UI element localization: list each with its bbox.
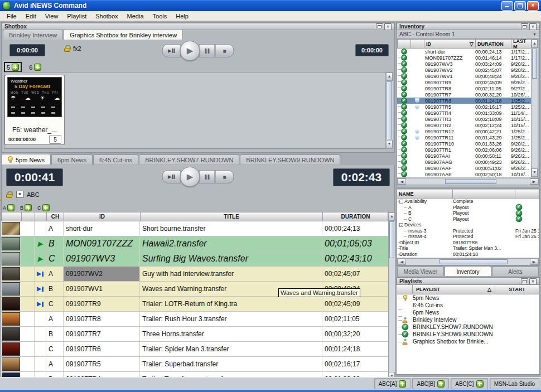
menu-item[interactable]: Tools [148,12,172,21]
playlist-tab[interactable]: BRINKLEY.SHOW7.RUNDOWN [139,154,239,164]
cue-button[interactable]: ▶ [162,44,181,57]
media-tab[interactable]: Media Viewer [397,267,444,276]
media-tab[interactable]: Inventory [445,266,491,276]
inventory-row[interactable]: 091907TR7 00;00;32;20 10/26/... [397,91,532,98]
playlist-list-item[interactable]: BRINKLEY.SHOW9.RUNDOWN [397,331,539,338]
rundown-row[interactable]: ▶ ▶ B MON091707ZZZ Hawaii2.transfer 00;0… [1,236,388,251]
close-panel-icon[interactable]: × [529,23,537,30]
menu-item[interactable]: File [2,12,21,21]
inventory-row[interactable]: 091907AAG 00;00;49;23 9/26/2... [397,159,532,165]
channel-group-checkbox[interactable]: × [16,191,23,198]
menu-item[interactable]: View [41,12,63,21]
detail-scrollbar-horizontal[interactable]: ◀ ▶ [397,258,539,265]
inventory-row[interactable]: 091907AAF 00;00;51;02 9/26/2... [397,165,532,171]
close-button[interactable]: × [527,1,539,11]
shotbox-tab[interactable]: Graphics Shotbox for Brinkley interview [64,29,183,40]
rundown-scrollbar[interactable]: ▲ ▼ [388,212,395,381]
column-header-id[interactable]: ID [64,212,141,221]
playlist-list-item[interactable]: BRINKLEY.SHOW7.RUNDOWN [397,323,539,331]
inventory-row[interactable]: 091907TR5 00;02;16;17 1/25/2... [397,104,532,110]
detail-row[interactable]: - msnas-4 Protected Fri Jan 25 15:38:17 … [397,234,539,240]
detail-row[interactable]: - C Playout [397,216,539,222]
inventory-row[interactable]: 091907AAI 00;00;50;11 9/26/2... [397,153,532,159]
detail-row[interactable]: - Duration 00;01;24;18 [397,251,539,258]
column-header-duration[interactable]: DURATION [323,212,389,221]
shotbox-page-button[interactable]: 5 [4,62,22,72]
menu-item[interactable]: Edit [21,12,41,21]
media-tab[interactable]: Alerts [492,267,539,276]
float-panel-icon[interactable] [376,23,383,30]
stop-button[interactable]: ■ [215,44,234,57]
playlist-list-item[interactable]: 5pm News [397,294,539,302]
menu-item[interactable]: Media [123,12,148,21]
column-header-duration[interactable]: DURATION [476,40,511,48]
shotbox-page-button[interactable]: 6 [26,62,44,72]
inventory-row[interactable]: 091907TR11 00;01;43;29 1/25/2... [397,134,532,141]
inventory-row[interactable]: 091907TR8 00;02;11;05 9/27/2... [397,85,532,91]
column-header-start[interactable]: START [495,285,539,294]
shotbox-card[interactable]: Basketball Master Page000 Master Page000… [4,75,65,145]
playlist-tab[interactable]: 6pm News [51,154,93,164]
detail-row[interactable]: - Devices [397,222,539,228]
close-panel-icon[interactable]: × [384,23,392,30]
inventory-row[interactable]: 091907TR10 00;01;33;26 9/20/2... [397,141,532,147]
menu-item[interactable]: Playlist [62,12,91,21]
column-header-name[interactable]: NAME [397,190,453,198]
inventory-scrollbar-horizontal[interactable]: ◀ ▶ [397,178,539,185]
rundown-row[interactable]: ▶ ▶ C 091907TR6 Trailer: Spider Man 3.tr… [1,342,388,357]
rundown-row[interactable]: ▶ ▶ C 091907WV3 Surfing Big Waves.transf… [1,251,388,267]
shotbox-tab[interactable]: Brinkley Interview [3,30,63,40]
play-button[interactable]: ▶ [180,167,200,187]
inventory-row[interactable]: MON091707ZZZ 00;01;46;14 1/17/2... [397,55,532,61]
expander-icon[interactable]: - [399,223,403,227]
inventory-row[interactable]: 091907WV3 00;03;24;09 9/20/2... [397,61,532,67]
expander-icon[interactable]: - [399,200,403,204]
inventory-scrollbar-vertical[interactable]: ▲ ▼ [531,39,538,177]
rundown-row[interactable]: ▶ ▶ A short-dur Short bourne.transfer 00… [1,221,388,236]
playlist-list-item[interactable]: 6pm News [397,309,539,316]
inventory-row[interactable]: 091907TR4 00;01;33;09 11/14/... [397,110,532,116]
inventory-row[interactable]: 091907WV1 00;00;48;24 9/20/2... [397,73,532,79]
column-header-last-modified[interactable]: LAST M [511,40,531,48]
inventory-row[interactable]: 091907TR3 00;02;18;09 10/15/... [397,116,532,122]
playlist-tab[interactable]: 6:45 Cut-ins [93,154,138,164]
rundown-row[interactable]: ▶ ▶ C 091907TR9 Trialer: LOTR-Return of … [1,297,388,312]
inventory-row[interactable]: 091907AAE 00;02;50;18 10/18/... [397,171,532,177]
column-header-id[interactable]: ID▽ [424,40,476,48]
pause-button[interactable] [199,44,215,57]
float-panel-icon[interactable] [521,278,528,285]
column-header-ch[interactable]: CH [47,212,64,221]
menu-item[interactable]: Shotbox [91,12,122,21]
pause-button[interactable] [199,170,215,183]
rundown-row[interactable]: ▶ ▶ B 091907TR7 Three Horns.transfer 00;… [1,327,388,342]
inventory-row[interactable]: 091907TR1 00;02;06;06 9/26/2... [397,147,532,153]
restore-button[interactable] [514,1,526,11]
inventory-row[interactable]: short-dur 00;00;24;13 1/17/2... [397,49,532,55]
inventory-row[interactable]: 091907TR6 00;01;24;18 1/25/2... [397,98,532,104]
shotbox-scrollbar[interactable]: ▲ ▼ [385,72,393,149]
playlist-list-item[interactable]: 6:45 Cut-ins [397,302,539,309]
inventory-row[interactable]: 091907WV2 00;02;45;07 9/20/2... [397,67,532,73]
channel-selector-dropdown[interactable]: ABC - Control Room 1 ▼ [397,30,539,38]
column-header-title[interactable]: TITLE [141,212,323,221]
rundown-row[interactable]: ▶ ▶ A 091907WV2 Guy with had interview.t… [1,267,388,282]
cue-button[interactable]: ▶ [162,170,181,183]
detail-row[interactable]: - A Playout [397,205,539,211]
minimize-button[interactable] [501,1,513,11]
play-button[interactable]: ▶ [180,41,200,61]
detail-row[interactable]: - msnas-3 Protected Fri Jan 25 15:38:37 … [397,228,539,234]
playlist-list-item[interactable]: Brinkley Interview [397,316,539,323]
inventory-row[interactable]: 091907TR12 00;00;42;21 1/25/2... [397,128,532,134]
column-header-playlist[interactable]: PLAYLIST△ [413,285,495,294]
close-panel-icon[interactable]: × [529,278,537,285]
detail-row[interactable]: - Title Trailer: Spider Man 3... [397,245,539,251]
detail-row[interactable]: - Object ID 091907TR6 [397,240,539,246]
playlist-list-item[interactable]: Graphics Shotbox for Brinkle... [397,338,539,345]
playlist-tab[interactable]: 5pm News [1,154,51,164]
stop-button[interactable]: ■ [215,170,234,183]
float-panel-icon[interactable] [521,23,528,30]
rundown-row[interactable]: ▶ ▶ A 091907TR5 Trailer: Superbad.transf… [1,357,388,372]
menu-item[interactable]: Help [171,12,193,21]
inventory-row[interactable]: 091907TR2 00;02;12;24 10/15/... [397,122,532,128]
rundown-row[interactable]: ▶ ▶ A 091907TR8 Trailer: Rush Hour 3.tra… [1,312,388,327]
